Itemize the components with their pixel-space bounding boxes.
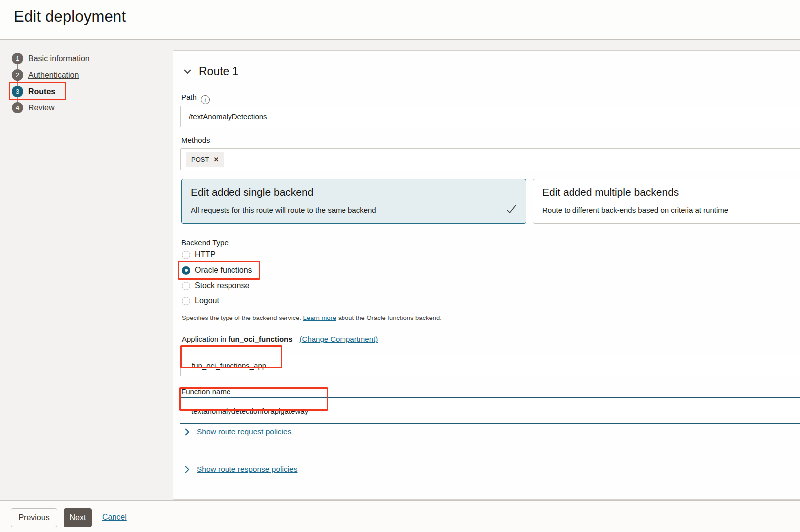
stepper-item-label[interactable]: Review bbox=[28, 104, 54, 112]
stepper-item-routes[interactable]: 3 Routes bbox=[12, 86, 55, 97]
show-route-response-policies-link[interactable]: Show route response policies bbox=[197, 465, 297, 474]
application-label: Application in bbox=[182, 335, 228, 343]
change-compartment-link[interactable]: (Change Compartment) bbox=[300, 335, 378, 343]
methods-input[interactable]: POST ✕ bbox=[180, 148, 800, 170]
route-panel: Route 1 Pathi /textAnomalyDetections Met… bbox=[173, 50, 800, 500]
stepper-item-review[interactable]: 4 Review bbox=[12, 102, 54, 113]
function-name-select[interactable]: textanomalydetectionforapigateway bbox=[180, 397, 800, 424]
path-value: /textAnomalyDetections bbox=[189, 112, 267, 121]
application-select[interactable]: fun_oci_functions_app bbox=[180, 355, 800, 376]
path-input[interactable]: /textAnomalyDetections bbox=[180, 106, 800, 127]
backend-type-label: Backend Type bbox=[181, 238, 229, 247]
step-number-badge: 4 bbox=[12, 102, 23, 113]
application-value: fun_oci_functions_app bbox=[192, 361, 266, 370]
single-backend-card[interactable]: Edit added single backend All requests f… bbox=[181, 179, 526, 224]
stepper-item-basic-information[interactable]: 1 Basic information bbox=[12, 53, 90, 64]
backend-type-helper-text: Specifies the type of the backend servic… bbox=[182, 314, 442, 321]
page-header: Edit deployment bbox=[0, 0, 800, 40]
multiple-backends-card-title: Edit added multiple backends bbox=[542, 186, 679, 198]
radio-label: Logout bbox=[195, 296, 219, 305]
stepper-item-label: Routes bbox=[28, 87, 55, 96]
helper-text-post: about the Oracle functions backend. bbox=[336, 314, 442, 321]
step-number-badge: 3 bbox=[12, 86, 23, 97]
function-name-value: textanomalydetectionforapigateway bbox=[191, 407, 308, 415]
stepper-item-label[interactable]: Basic information bbox=[28, 54, 90, 63]
single-backend-card-subtitle: All requests for this route will route t… bbox=[191, 206, 376, 214]
radio-circle-icon[interactable] bbox=[182, 266, 190, 275]
route-request-policies-row: Show route request policies bbox=[184, 427, 291, 436]
radio-label: Stock response bbox=[195, 281, 249, 290]
step-number-badge: 1 bbox=[12, 53, 23, 64]
function-name-label: Function name bbox=[181, 387, 230, 396]
path-label: Path bbox=[181, 93, 197, 101]
show-route-request-policies-link[interactable]: Show route request policies bbox=[197, 427, 291, 436]
backend-type-radio-logout[interactable]: Logout bbox=[182, 296, 219, 305]
radio-circle-icon[interactable] bbox=[182, 297, 190, 305]
backend-type-radio-oracle-functions[interactable]: Oracle functions bbox=[182, 266, 252, 275]
method-tag: POST ✕ bbox=[186, 152, 224, 167]
route-response-policies-row: Show route response policies bbox=[184, 465, 297, 474]
remove-method-icon[interactable]: ✕ bbox=[213, 156, 219, 163]
next-button[interactable]: Next bbox=[64, 508, 92, 527]
multiple-backends-card[interactable]: Edit added multiple backends Route to di… bbox=[533, 179, 800, 224]
helper-text-pre: Specifies the type of the backend servic… bbox=[182, 314, 303, 321]
radio-label: Oracle functions bbox=[195, 266, 252, 275]
collapse-chevron-icon[interactable] bbox=[183, 67, 192, 76]
step-number-badge: 2 bbox=[12, 69, 23, 81]
selected-check-icon bbox=[506, 204, 517, 214]
info-icon[interactable]: i bbox=[201, 95, 210, 104]
compartment-name: fun_oci_functions bbox=[228, 335, 292, 343]
chevron-right-icon[interactable] bbox=[184, 428, 190, 436]
radio-circle-icon[interactable] bbox=[182, 282, 190, 290]
method-tag-label: POST bbox=[191, 156, 209, 163]
backend-type-radio-http[interactable]: HTTP bbox=[182, 250, 216, 259]
page-title: Edit deployment bbox=[14, 8, 126, 26]
cancel-link[interactable]: Cancel bbox=[102, 513, 127, 522]
stepper-item-label[interactable]: Authentication bbox=[28, 71, 79, 80]
wizard-footer: Previous Next Cancel bbox=[0, 500, 800, 532]
single-backend-card-title: Edit added single backend bbox=[191, 186, 313, 198]
learn-more-link[interactable]: Learn more bbox=[303, 314, 336, 321]
multiple-backends-card-subtitle: Route to different back-ends based on cr… bbox=[542, 206, 728, 214]
stepper-connector-line bbox=[17, 59, 18, 108]
chevron-right-icon[interactable] bbox=[184, 466, 190, 473]
methods-label: Methods bbox=[181, 136, 210, 144]
application-label-row: Application in fun_oci_functions(Change … bbox=[182, 335, 378, 343]
radio-circle-icon[interactable] bbox=[182, 251, 190, 259]
backend-type-radio-stock-response[interactable]: Stock response bbox=[182, 281, 249, 290]
previous-button[interactable]: Previous bbox=[11, 508, 57, 527]
radio-label: HTTP bbox=[195, 250, 216, 259]
stepper-item-authentication[interactable]: 2 Authentication bbox=[12, 69, 79, 81]
route-title: Route 1 bbox=[199, 65, 239, 78]
